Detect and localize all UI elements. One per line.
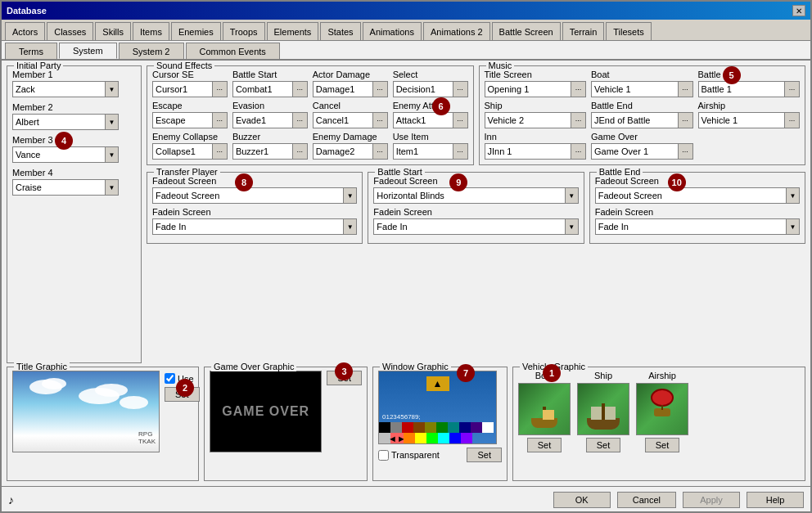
transfer-fadeout-arrow[interactable]: ▼ — [343, 188, 356, 203]
apply-button[interactable]: Apply — [683, 492, 740, 508]
member-4-dropdown[interactable]: Craise ▼ — [12, 179, 119, 196]
tab-skills[interactable]: Skills — [95, 22, 131, 40]
music-battle-input[interactable]: Battle 1 ··· — [698, 81, 801, 97]
music-battleend-input[interactable]: JEnd of Battle ··· — [591, 112, 693, 128]
vehicle-ship: Ship Set — [577, 371, 629, 452]
tab-classes[interactable]: Classes — [47, 22, 93, 40]
music-inn-input[interactable]: JInn 1 ··· — [485, 143, 587, 160]
tab-items[interactable]: Items — [133, 22, 169, 40]
tab-animations[interactable]: Animations — [363, 22, 422, 40]
music-gameover-btn[interactable]: ··· — [678, 144, 692, 159]
se-enemycollapse-input[interactable]: Collapse1 ··· — [152, 143, 228, 160]
se-enemycollapse-btn[interactable]: ··· — [212, 144, 227, 159]
se-select-btn[interactable]: ··· — [453, 82, 467, 97]
transparent-checkbox[interactable] — [378, 450, 389, 461]
transfer-fadein-arrow[interactable]: ▼ — [343, 219, 356, 234]
se-actordmg-btn[interactable]: ··· — [372, 82, 387, 97]
se-enemyattack-btn[interactable]: ··· — [453, 113, 467, 128]
boat-set-button[interactable]: Set — [527, 438, 562, 452]
help-button[interactable]: Help — [747, 492, 804, 508]
se-escape-btn[interactable]: ··· — [212, 113, 227, 128]
se-buzzer-input[interactable]: Buzzer1 ··· — [232, 143, 308, 160]
member-1-arrow[interactable]: ▼ — [105, 82, 118, 97]
se-useitem-btn[interactable]: ··· — [453, 144, 467, 159]
battleend-fadeout-dropdown[interactable]: Fadeout Screen ▼ — [595, 187, 800, 204]
tab-common-events[interactable]: Common Events — [186, 43, 280, 59]
se-battlestart-btn[interactable]: ··· — [292, 82, 307, 97]
music-boat-btn[interactable]: ··· — [678, 82, 692, 97]
music-gameover: Game Over Game Over 1 ··· — [591, 132, 693, 160]
music-battleend-btn[interactable]: ··· — [678, 113, 692, 128]
battlestart-fadeout-dropdown[interactable]: Horizontal Blinds ▼ — [373, 187, 578, 204]
tab-animations2[interactable]: Animations 2 — [423, 22, 490, 40]
ok-button[interactable]: OK — [553, 492, 611, 508]
tab-tilesets[interactable]: Tilesets — [606, 22, 652, 40]
music-battle-btn[interactable]: ··· — [784, 82, 799, 97]
music-boat-input[interactable]: Vehicle 1 ··· — [591, 81, 693, 97]
transparent-check-row[interactable]: Transparent — [378, 450, 440, 461]
se-evasion-btn[interactable]: ··· — [292, 113, 307, 128]
se-select-input[interactable]: Decision1 ··· — [393, 81, 468, 97]
tab-troops[interactable]: Troops — [223, 22, 265, 40]
member-3-arrow[interactable]: ▼ — [105, 147, 118, 162]
se-useitem-value: Item1 — [394, 146, 453, 157]
se-escape-input[interactable]: Escape ··· — [152, 112, 228, 128]
music-airship-btn[interactable]: ··· — [784, 113, 799, 128]
se-cursor-btn[interactable]: ··· — [212, 82, 227, 97]
tab-system2[interactable]: System 2 — [119, 43, 184, 59]
se-cursor: Cursor SE Cursor1 ··· — [152, 70, 228, 97]
music-titlescreen-input[interactable]: Opening 1 ··· — [485, 81, 587, 97]
se-enemyattack-input[interactable]: Attack1 ··· — [393, 112, 468, 128]
sections-row: 8 Transfer Player Fadeout Screen Fadeout… — [147, 172, 805, 244]
tab-states[interactable]: States — [320, 22, 360, 40]
music-titlescreen-btn[interactable]: ··· — [571, 82, 585, 97]
battleend-fadein-dropdown[interactable]: Fade In ▼ — [595, 218, 800, 235]
tab-actors[interactable]: Actors — [5, 22, 45, 40]
tab-elements[interactable]: Elements — [267, 22, 319, 40]
music-ship-input[interactable]: Vehicle 2 ··· — [485, 112, 587, 128]
music-inn-btn[interactable]: ··· — [571, 144, 585, 159]
tab-enemies[interactable]: Enemies — [171, 22, 221, 40]
se-battlestart-input[interactable]: Combat1 ··· — [232, 81, 308, 97]
member-2-dropdown[interactable]: Albert ▼ — [12, 114, 119, 130]
se-cancel-btn[interactable]: ··· — [372, 113, 387, 128]
window-set-button[interactable]: Set — [467, 448, 502, 462]
tab-system[interactable]: System — [59, 43, 117, 59]
se-evasion-input[interactable]: Evade1 ··· — [232, 112, 308, 128]
battlestart-fadein-dropdown[interactable]: Fade In ▼ — [373, 218, 578, 235]
battleend-fadeout-arrow[interactable]: ▼ — [786, 188, 799, 203]
transfer-fadein-dropdown[interactable]: Fade In ▼ — [152, 218, 357, 235]
se-enemydmg-input[interactable]: Damage2 ··· — [313, 143, 388, 160]
se-grid: Cursor SE Cursor1 ··· Battle Start Comba… — [152, 70, 468, 160]
music-gameover-input[interactable]: Game Over 1 ··· — [591, 143, 693, 160]
battlestart-fadein-arrow[interactable]: ▼ — [565, 219, 578, 234]
se-actordmg-input[interactable]: Damage1 ··· — [313, 81, 388, 97]
tab-terrain[interactable]: Terrain — [562, 22, 605, 40]
member-1-dropdown[interactable]: Zack ▼ — [12, 81, 119, 97]
transfer-fadein-row: Fadein Screen Fade In ▼ — [152, 207, 357, 235]
se-enemyattack-value: Attack1 — [394, 115, 453, 126]
cancel-button[interactable]: Cancel — [617, 492, 676, 508]
music-airship-input[interactable]: Vehicle 1 ··· — [698, 112, 801, 128]
music-titlescreen-value: Opening 1 — [485, 83, 571, 95]
airship-set-button[interactable]: Set — [645, 438, 680, 452]
battlestart-fadeout-arrow[interactable]: ▼ — [565, 188, 578, 203]
transfer-fadeout-dropdown[interactable]: Fadeout Screen ▼ — [152, 187, 357, 204]
member-4-arrow[interactable]: ▼ — [105, 180, 118, 195]
se-cancel-input[interactable]: Cancel1 ··· — [313, 112, 388, 128]
se-enemydmg-btn[interactable]: ··· — [372, 144, 387, 159]
se-cursor-input[interactable]: Cursor1 ··· — [152, 81, 228, 97]
close-button[interactable]: ✕ — [792, 5, 805, 16]
member-2-arrow[interactable]: ▼ — [105, 115, 118, 129]
music-ship-btn[interactable]: ··· — [571, 113, 585, 128]
tab-battle-screen[interactable]: Battle Screen — [492, 22, 561, 40]
gameover-image: GAME OVER — [210, 371, 322, 452]
se-cancel-value: Cancel1 — [314, 115, 372, 126]
music-inn-label: Inn — [485, 132, 587, 142]
ship-set-button[interactable]: Set — [586, 438, 621, 452]
use-checkbox[interactable] — [165, 373, 175, 384]
se-useitem-input[interactable]: Item1 ··· — [393, 143, 468, 160]
battleend-fadein-arrow[interactable]: ▼ — [786, 219, 799, 234]
tab-terms[interactable]: Terms — [5, 43, 57, 59]
se-buzzer-btn[interactable]: ··· — [292, 144, 307, 159]
